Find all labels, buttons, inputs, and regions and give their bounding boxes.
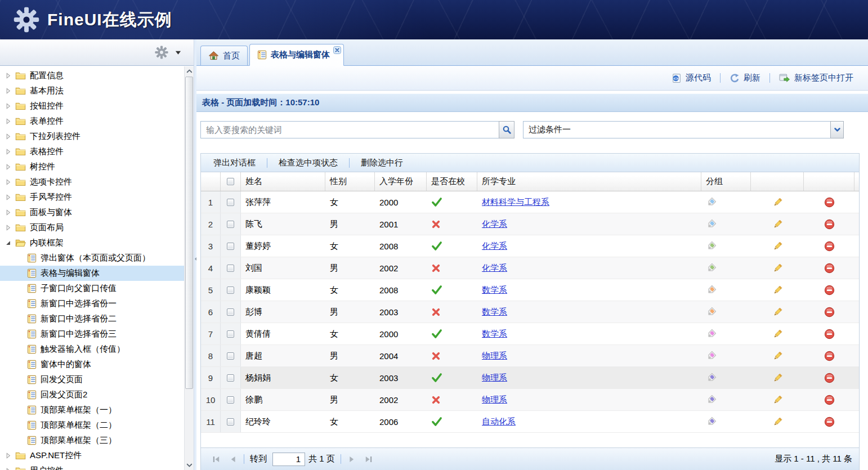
header-cell-enrolled[interactable]: 是否在校	[427, 172, 477, 191]
popup-dialog-button[interactable]: 弹出对话框	[204, 158, 265, 168]
delete-icon[interactable]	[824, 241, 835, 252]
major-link[interactable]: 物理系	[482, 351, 507, 361]
check-selected-button[interactable]: 检查选中项状态	[270, 158, 347, 168]
scroll-thumb[interactable]	[185, 77, 193, 389]
row-checkbox[interactable]	[227, 287, 234, 294]
tree-folder-item[interactable]: 下拉列表控件	[0, 129, 184, 144]
tree-folder-item[interactable]: 表格控件	[0, 144, 184, 159]
tree-leaf-item[interactable]: 新窗口中选择省份一	[0, 296, 184, 311]
delete-icon[interactable]	[824, 351, 835, 361]
last-page-icon[interactable]	[360, 455, 377, 464]
delete-icon[interactable]	[824, 373, 835, 383]
source-code-button[interactable]: <>源代码	[665, 73, 718, 83]
major-link[interactable]: 物理系	[482, 373, 507, 383]
header-cell-year[interactable]: 入学年份	[375, 172, 427, 191]
tree-folder-item[interactable]: 用户控件	[0, 463, 184, 470]
row-checkbox[interactable]	[227, 199, 234, 206]
tab[interactable]: 首页	[200, 46, 248, 65]
major-link[interactable]: 自动化系	[482, 417, 516, 427]
delete-icon[interactable]	[824, 395, 835, 405]
tree-leaf-item[interactable]: 触发器输入框（传值）	[0, 342, 184, 357]
row-checkbox[interactable]	[227, 352, 234, 360]
scroll-up-icon[interactable]	[185, 66, 194, 76]
tree-leaf-item[interactable]: 子窗口向父窗口传值	[0, 281, 184, 296]
major-link[interactable]: 化学系	[482, 241, 507, 252]
delete-selected-button[interactable]: 删除选中行	[352, 158, 412, 168]
caret-down-icon[interactable]	[175, 50, 181, 55]
row-checkbox[interactable]	[227, 308, 234, 316]
pencil-icon[interactable]	[772, 197, 783, 208]
header-cell-major[interactable]: 所学专业	[477, 172, 701, 191]
first-page-icon[interactable]	[208, 455, 225, 464]
pencil-icon[interactable]	[772, 417, 783, 427]
tree-folder-item[interactable]: 按钮控件	[0, 99, 184, 114]
page-number-input[interactable]	[272, 453, 305, 466]
tab-close-icon[interactable]	[333, 46, 341, 54]
tree-leaf-item[interactable]: 新窗口中选择省份三	[0, 326, 184, 342]
prev-page-icon[interactable]	[225, 455, 241, 464]
search-input[interactable]	[200, 121, 499, 138]
filter-value[interactable]: 过滤条件一	[523, 121, 830, 138]
scroll-down-icon[interactable]	[185, 460, 194, 470]
tree-leaf-item[interactable]: 顶部菜单框架（二）	[0, 418, 184, 433]
sidebar-scrollbar[interactable]	[184, 66, 194, 470]
row-checkbox[interactable]	[227, 265, 234, 272]
pencil-icon[interactable]	[772, 373, 783, 383]
header-cell-checkbox[interactable]	[221, 172, 241, 191]
tree-leaf-item[interactable]: 表格与编辑窗体	[0, 266, 184, 281]
header-cell-edit[interactable]	[751, 172, 804, 191]
tree-folder-item[interactable]: 页面布局	[0, 220, 184, 235]
tree-leaf-item[interactable]: 窗体中的窗体	[0, 357, 184, 372]
tree-folder-item[interactable]: 手风琴控件	[0, 190, 184, 205]
delete-icon[interactable]	[824, 219, 835, 230]
tab-active[interactable]: 表格与编辑窗体	[249, 44, 344, 66]
header-cell-rownum[interactable]	[201, 172, 221, 191]
pencil-icon[interactable]	[772, 351, 783, 361]
settings-gear-icon[interactable]	[155, 46, 168, 59]
tree-folder-item[interactable]: 配置信息	[0, 68, 184, 83]
delete-icon[interactable]	[824, 197, 835, 208]
pencil-icon[interactable]	[772, 241, 783, 252]
tree-leaf-item[interactable]: 新窗口中选择省份二	[0, 311, 184, 326]
tree-folder-item[interactable]: ASP.NET控件	[0, 448, 184, 463]
major-link[interactable]: 数学系	[482, 285, 507, 296]
pencil-icon[interactable]	[772, 395, 783, 405]
major-link[interactable]: 材料科学与工程系	[482, 197, 549, 208]
next-page-icon[interactable]	[343, 455, 360, 464]
delete-icon[interactable]	[824, 285, 835, 296]
pencil-icon[interactable]	[772, 307, 783, 317]
row-checkbox[interactable]	[227, 243, 234, 250]
tree-leaf-item[interactable]: 回发父页面2	[0, 387, 184, 402]
tree-folder-item[interactable]: 表单控件	[0, 114, 184, 129]
major-link[interactable]: 化学系	[482, 219, 507, 230]
chevron-down-icon[interactable]	[830, 121, 844, 138]
row-checkbox[interactable]	[227, 418, 234, 426]
delete-icon[interactable]	[824, 263, 835, 274]
delete-icon[interactable]	[824, 307, 835, 317]
tree-folder-item[interactable]: 树控件	[0, 159, 184, 174]
row-checkbox[interactable]	[227, 221, 234, 228]
pencil-icon[interactable]	[772, 285, 783, 296]
header-cell-name[interactable]: 姓名	[241, 172, 325, 191]
delete-icon[interactable]	[824, 417, 835, 427]
tree-leaf-item[interactable]: 顶部菜单框架（一）	[0, 402, 184, 418]
search-button[interactable]	[499, 121, 514, 138]
pencil-icon[interactable]	[772, 263, 783, 274]
pencil-icon[interactable]	[772, 219, 783, 230]
header-cell-gender[interactable]: 性别	[325, 172, 375, 191]
tree-folder-item[interactable]: 基本用法	[0, 83, 184, 99]
tree-folder-item[interactable]: 内联框架	[0, 235, 184, 250]
tree-leaf-item[interactable]: 回发父页面	[0, 372, 184, 387]
major-link[interactable]: 数学系	[482, 307, 507, 317]
row-checkbox[interactable]	[227, 396, 234, 404]
pencil-icon[interactable]	[772, 329, 783, 339]
row-checkbox[interactable]	[227, 374, 234, 382]
tree-folder-item[interactable]: 选项卡控件	[0, 174, 184, 190]
delete-icon[interactable]	[824, 329, 835, 339]
header-cell-group[interactable]: 分组	[701, 172, 751, 191]
open-new-tab-button[interactable]: 新标签页中打开	[772, 73, 860, 83]
filter-dropdown[interactable]: 过滤条件一	[523, 121, 844, 138]
tree-leaf-item[interactable]: 顶部菜单框架（三）	[0, 433, 184, 448]
tree-leaf-item[interactable]: 弹出窗体（本页面或父页面）	[0, 250, 184, 266]
select-all-checkbox[interactable]	[227, 178, 234, 185]
